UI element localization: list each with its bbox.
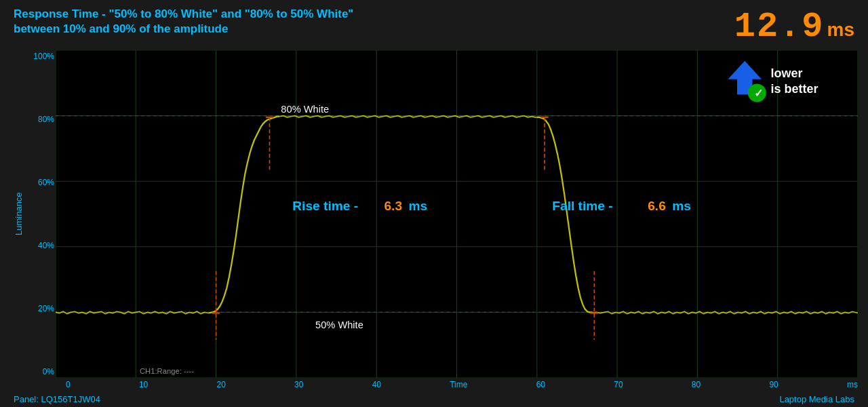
- chart-title: Response Time - "50% to 80% White" and "…: [14, 7, 734, 37]
- x-axis: 0 10 20 30 40 Time 60 70 80 90 ms: [66, 378, 858, 391]
- svg-text:lower: lower: [771, 66, 803, 80]
- x-tick-0: 0: [66, 380, 71, 389]
- svg-text:6.6: 6.6: [648, 199, 666, 213]
- brand-label: Laptop Media Labs: [779, 394, 854, 404]
- y-axis-label: Luminance: [10, 50, 27, 378]
- svg-text:is better: is better: [771, 82, 818, 96]
- time-unit: ms: [827, 19, 854, 41]
- footer: Panel: LQ156T1JW04 Laptop Media Labs: [0, 391, 868, 407]
- x-tick-60: 60: [536, 380, 545, 389]
- panel-label: Panel: LQ156T1JW04: [14, 394, 100, 404]
- svg-text:Rise time -: Rise time -: [292, 199, 358, 213]
- time-value: 12.9: [734, 7, 825, 47]
- y-tick-0: 0%: [27, 367, 54, 376]
- x-tick-80: 80: [692, 380, 701, 389]
- y-tick-80: 80%: [27, 115, 54, 124]
- y-tick-100: 100%: [27, 52, 54, 61]
- x-tick-30: 30: [294, 380, 303, 389]
- svg-text:80% White: 80% White: [281, 104, 329, 115]
- svg-text:ms: ms: [409, 199, 428, 213]
- chart-svg: 80% White 50% White Rise time - 6.3 ms F…: [56, 50, 858, 378]
- svg-text:CH1:Range: ----: CH1:Range: ----: [140, 367, 194, 375]
- svg-text:6.3: 6.3: [384, 199, 402, 213]
- time-display: 12.9 ms: [734, 7, 854, 47]
- svg-text:✓: ✓: [754, 88, 763, 99]
- y-tick-40: 40%: [27, 241, 54, 250]
- main-container: Response Time - "50% to 80% White" and "…: [0, 0, 868, 407]
- y-tick-20: 20%: [27, 304, 54, 313]
- svg-text:ms: ms: [672, 199, 691, 213]
- svg-text:50% White: 50% White: [315, 319, 363, 330]
- svg-text:Fall time -: Fall time -: [552, 199, 612, 213]
- x-tick-90: 90: [769, 380, 778, 389]
- title-block: Response Time - "50% to 80% White" and "…: [14, 7, 734, 37]
- header: Response Time - "50% to 80% White" and "…: [0, 0, 868, 50]
- y-tick-60: 60%: [27, 178, 54, 187]
- x-tick-70: 70: [614, 380, 623, 389]
- x-tick-time: Time: [450, 380, 467, 389]
- x-tick-ms: ms: [847, 380, 858, 389]
- x-tick-40: 40: [372, 380, 381, 389]
- x-tick-20: 20: [216, 380, 225, 389]
- x-tick-10: 10: [139, 380, 148, 389]
